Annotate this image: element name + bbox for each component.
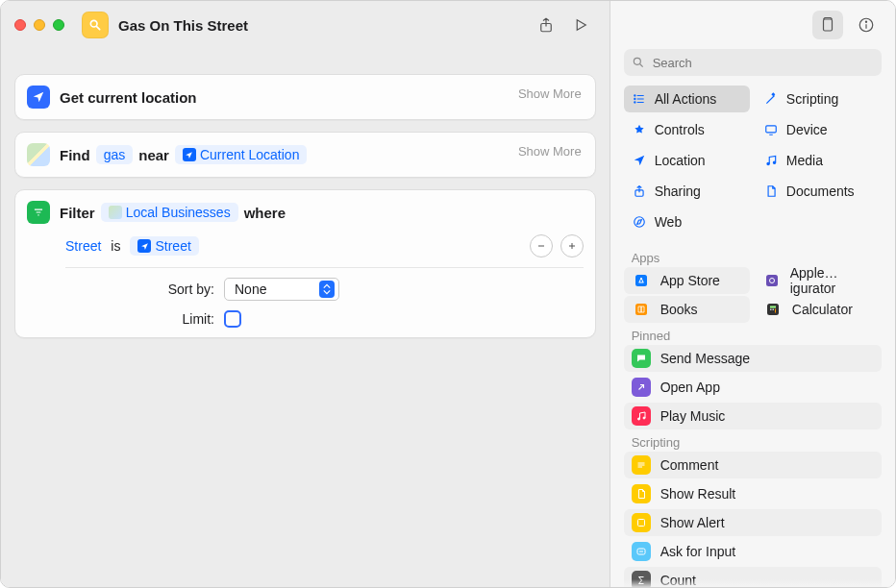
close-button[interactable] [14,19,26,31]
svg-rect-20 [766,126,777,133]
action-item[interactable]: Open App [624,374,882,401]
limit-checkbox[interactable] [224,310,241,328]
category-sharing[interactable]: Sharing [624,178,750,205]
svg-rect-32 [772,309,774,311]
category-grid: All ActionsScriptingControlsDeviceLocati… [610,86,895,245]
shortcut-title[interactable]: Gas On This Street [118,17,248,34]
query-token[interactable]: gas [96,145,134,164]
svg-rect-26 [766,275,778,286]
maximize-button[interactable] [53,19,64,31]
action-item[interactable]: Show Alert [624,509,882,536]
svg-point-19 [634,102,635,103]
app-item[interactable]: Apple…igurator [756,267,882,294]
category-documents[interactable]: Documents [756,178,882,205]
action-item[interactable]: Play Music [624,403,882,429]
info-tab-button[interactable] [851,11,882,39]
action-item[interactable]: Comment [624,452,882,478]
share-button[interactable] [531,12,561,38]
maps-icon [109,206,122,219]
category-device[interactable]: Device [756,116,882,143]
sort-value: None [235,282,266,297]
library-scroll[interactable]: Apps App StoreApple…iguratorBooksCalcula… [610,245,895,588]
app-item[interactable]: App Store [624,267,750,294]
star-icon [632,122,647,137]
svg-point-17 [634,95,635,96]
svg-point-13 [634,58,640,64]
pinned-header: Pinned [610,323,895,345]
filter-verb: Filter [60,205,95,221]
filter-rule-row: Street is Street [65,234,584,268]
sort-by-popup[interactable]: None [224,278,339,301]
svg-rect-30 [770,306,776,308]
svg-rect-39 [637,520,644,527]
app-item[interactable]: Calculator [756,296,882,323]
apps-list: App StoreApple…iguratorBooksCalculator [610,267,895,323]
rule-value-token[interactable]: Street [130,236,198,256]
location-arrow-icon [183,148,196,161]
category-web[interactable]: Web [624,208,750,235]
titlebar: Gas On This Street [1,1,610,49]
svg-point-12 [865,21,866,22]
filter-body: Street is Street Sort by: [65,234,584,328]
location-icon [632,153,647,168]
svg-marker-2 [577,20,585,31]
rule-field[interactable]: Street [65,238,101,254]
apps-header: Apps [610,245,895,267]
action-item[interactable]: Ask for Input [624,538,882,565]
popup-arrows-icon [319,281,335,298]
traffic-lights [14,19,64,31]
svg-rect-9 [824,19,833,31]
pinned-list: Send MessageOpen AppPlay Music [610,345,895,429]
ask-icon [632,542,651,561]
remove-rule-button[interactable] [530,234,553,257]
where-word: where [244,205,286,221]
svg-point-21 [767,162,769,164]
rule-op[interactable]: is [111,238,120,254]
show-more-button[interactable]: Show More [518,144,582,159]
library-sidebar: All ActionsScriptingControlsDeviceLocati… [610,1,895,588]
svg-rect-25 [635,275,647,286]
category-location[interactable]: Location [624,147,750,174]
svg-point-34 [637,418,639,420]
show-more-button[interactable]: Show More [518,86,582,101]
svg-point-24 [634,217,644,228]
calc-icon [763,300,783,319]
svg-rect-31 [770,309,772,311]
configurator-icon [763,271,781,290]
action-filter-local-businesses[interactable]: Filter Local Businesses where Street is [14,189,596,338]
local-businesses-token[interactable]: Local Businesses [101,203,238,222]
category-media[interactable]: Media [756,147,882,174]
category-scripting[interactable]: Scripting [756,86,882,112]
music-icon [763,153,779,168]
maps-icon [27,143,50,166]
message-icon [632,349,651,368]
action-inline-text: Filter Local Businesses where [60,203,286,222]
workflow-canvas[interactable]: Get current location Show More Find gas … [1,49,610,588]
library-tab-button[interactable] [812,11,843,39]
display-icon [763,122,779,137]
current-location-token[interactable]: Current Location [175,145,308,164]
category-controls[interactable]: Controls [624,116,750,143]
scripting-list: CommentShow ResultShow AlertAsk for Inpu… [610,452,895,588]
action-item[interactable]: Show Result [624,480,882,507]
svg-rect-33 [775,309,776,313]
action-item[interactable]: Send Message [624,345,882,372]
minimize-button[interactable] [34,19,45,31]
svg-point-35 [643,417,645,419]
openapp-icon [632,378,651,397]
app-item[interactable]: Books [624,296,750,323]
action-find-places[interactable]: Find gas near Current Location Show More [14,132,596,178]
music-icon [632,406,651,426]
category-all-actions[interactable]: All Actions [624,86,750,112]
shortcuts-editor-window: Gas On This Street Get current location … [0,0,896,588]
action-get-current-location[interactable]: Get current location Show More [14,74,596,120]
run-button[interactable] [565,12,596,38]
share-icon [632,184,647,199]
books-icon [632,300,651,319]
action-title: Get current location [60,89,197,106]
add-rule-button[interactable] [560,234,584,257]
location-arrow-icon [137,239,151,253]
search-field[interactable] [624,49,882,76]
search-input[interactable] [653,56,874,70]
shortcut-icon [82,12,109,38]
